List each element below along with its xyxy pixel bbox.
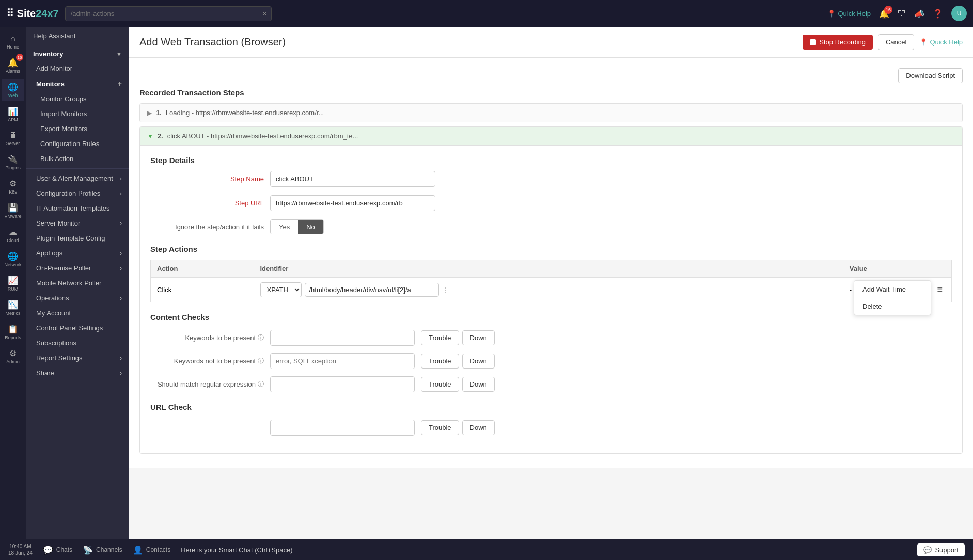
nav-web[interactable]: 🌐 Web xyxy=(2,79,24,101)
sidebar-configuration-rules[interactable]: Configuration Rules xyxy=(26,136,129,151)
nav-plugins[interactable]: 🔌 Plugins xyxy=(2,151,24,173)
sidebar-bulk-action[interactable]: Bulk Action xyxy=(26,151,129,166)
server-label: Server xyxy=(6,141,20,146)
quick-help-button[interactable]: 📍 Quick Help xyxy=(919,38,963,46)
sidebar-help-assistant[interactable]: Help Assistant xyxy=(26,27,129,45)
toggle-no[interactable]: No xyxy=(298,220,323,234)
support-button[interactable]: 💬 Support xyxy=(917,543,965,556)
regex-down-btn[interactable]: Down xyxy=(462,377,495,392)
sidebar-monitor-groups[interactable]: Monitor Groups xyxy=(26,91,129,106)
identifier-col-header: Identifier xyxy=(254,260,843,278)
logo-grid-icon: ⠿ xyxy=(6,8,17,19)
admin-label: Admin xyxy=(6,359,20,364)
alarms-badge: 16 xyxy=(16,54,23,61)
megaphone-icon[interactable]: 📣 xyxy=(914,9,924,19)
nav-home[interactable]: ⌂ Home xyxy=(2,31,24,53)
quick-help-link[interactable]: 📍 Quick Help xyxy=(827,10,871,18)
xpath-select[interactable]: XPATH CSS ID xyxy=(260,282,302,297)
nav-network[interactable]: 🌐 Network xyxy=(2,248,24,270)
sidebar-operations[interactable]: Operations › xyxy=(26,291,129,306)
step-details: Step Details Step Name Step URL Ignore t… xyxy=(140,145,962,453)
search-bar[interactable]: ✕ xyxy=(65,6,272,21)
user-alert-chevron: › xyxy=(120,174,122,182)
sidebar-mobile-network[interactable]: Mobile Network Poller xyxy=(26,276,129,291)
sidebar-report-settings[interactable]: Report Settings › xyxy=(26,350,129,365)
support-icon: 💬 xyxy=(923,546,932,554)
keywords-present-info[interactable]: ⓘ xyxy=(258,333,264,342)
sidebar-plugin-template[interactable]: Plugin Template Config xyxy=(26,231,129,246)
keywords-present-input[interactable] xyxy=(270,330,415,346)
sidebar-share[interactable]: Share › xyxy=(26,365,129,380)
sidebar-export-monitors[interactable]: Export Monitors xyxy=(26,121,129,136)
nav-alarms[interactable]: 🔔 Alarms 16 xyxy=(2,55,24,77)
keywords-not-present-down-btn[interactable]: Down xyxy=(462,354,495,369)
vmware-label: VMware xyxy=(4,214,21,219)
keywords-not-present-trouble-btn[interactable]: Trouble xyxy=(421,354,459,369)
regex-trouble-btn[interactable]: Trouble xyxy=(421,377,459,392)
sidebar-on-premise[interactable]: On-Premise Poller › xyxy=(26,261,129,276)
bottom-contacts[interactable]: 👤 Contacts xyxy=(133,545,170,555)
network-icon: 🌐 xyxy=(8,251,18,261)
step-actions-header: Step Actions xyxy=(150,245,952,253)
delete-item[interactable]: Delete xyxy=(854,298,931,315)
keywords-not-present-input[interactable] xyxy=(270,353,415,369)
nav-k8s[interactable]: ⚙ K8s xyxy=(2,175,24,198)
sidebar-server-monitor[interactable]: Server Monitor › xyxy=(26,216,129,231)
nav-cloud[interactable]: ☁ Cloud xyxy=(2,224,24,246)
keywords-present-trouble-btn[interactable]: Trouble xyxy=(421,330,459,345)
cancel-button[interactable]: Cancel xyxy=(878,34,914,50)
regex-input[interactable] xyxy=(270,376,415,392)
url-trouble-btn[interactable]: Trouble xyxy=(421,420,459,435)
nav-admin[interactable]: ⚙ Admin xyxy=(2,345,24,367)
step-actions-section: Step Actions Action Identifier Value xyxy=(150,245,952,302)
sidebar-applogs[interactable]: AppLogs › xyxy=(26,246,129,261)
step-name-label: Step Name xyxy=(150,175,264,183)
help-circle-icon[interactable]: ❓ xyxy=(933,9,943,19)
nav-apm[interactable]: 📊 APM xyxy=(2,103,24,125)
sidebar-user-alert[interactable]: User & Alert Management › xyxy=(26,171,129,186)
sidebar-it-automation[interactable]: IT Automation Templates xyxy=(26,201,129,216)
user-avatar[interactable]: U xyxy=(951,6,967,21)
notifications-bell[interactable]: 🔔 16 xyxy=(879,9,889,19)
nav-rum[interactable]: 📈 RUM xyxy=(2,273,24,295)
shield-icon[interactable]: 🛡 xyxy=(898,9,906,18)
sidebar-subscriptions[interactable]: Subscriptions xyxy=(26,335,129,350)
bottom-channels[interactable]: 📡 Channels xyxy=(83,545,122,555)
keywords-present-down-btn[interactable]: Down xyxy=(462,330,495,345)
sidebar-config-profiles[interactable]: Configuration Profiles › xyxy=(26,186,129,201)
nav-server[interactable]: 🖥 Server xyxy=(2,127,24,149)
monitors-plus-icon[interactable]: + xyxy=(118,79,122,88)
sidebar-monitors[interactable]: Monitors + xyxy=(26,76,129,91)
search-input[interactable] xyxy=(65,6,272,21)
bottom-chats[interactable]: 💬 Chats xyxy=(43,545,72,555)
step-name-input[interactable] xyxy=(270,171,435,187)
url-check-input[interactable] xyxy=(270,420,415,436)
app-body: ⌂ Home 🔔 Alarms 16 🌐 Web 📊 APM 🖥 Server … xyxy=(0,27,973,539)
app-logo[interactable]: ⠿ Site24x7 xyxy=(6,7,59,20)
toggle-yes[interactable]: Yes xyxy=(271,220,298,234)
stop-recording-button[interactable]: Stop Recording xyxy=(803,35,873,50)
step-2-row[interactable]: ▼ 2. click ABOUT - https://rbmwebsite-te… xyxy=(140,127,962,145)
regex-info[interactable]: ⓘ xyxy=(258,380,264,389)
step-1-row[interactable]: ▶ 1. Loading - https://rbmwebsite-test.e… xyxy=(140,104,962,122)
keywords-not-present-btns: Trouble Down xyxy=(421,354,495,369)
top-navbar: ⠿ Site24x7 ✕ 📍 Quick Help 🔔 16 🛡 📣 ❓ U xyxy=(0,0,973,27)
sidebar-control-panel[interactable]: Control Panel Settings xyxy=(26,321,129,335)
step-url-input[interactable] xyxy=(270,195,435,211)
sidebar-import-monitors[interactable]: Import Monitors xyxy=(26,106,129,121)
identifier-input[interactable] xyxy=(305,283,439,297)
row-menu-button[interactable]: ≡ xyxy=(937,284,943,295)
keywords-not-present-info[interactable]: ⓘ xyxy=(258,357,264,365)
nav-metrics[interactable]: 📉 Metrics xyxy=(2,297,24,319)
add-wait-time-item[interactable]: Add Wait Time xyxy=(854,281,931,298)
search-clear-icon[interactable]: ✕ xyxy=(262,10,268,18)
download-script-button[interactable]: Download Script xyxy=(898,68,963,83)
web-label: Web xyxy=(8,93,18,98)
sidebar-add-monitor[interactable]: Add Monitor xyxy=(26,61,129,76)
nav-reports[interactable]: 📋 Reports xyxy=(2,321,24,343)
sidebar-inventory-header[interactable]: Inventory ▼ xyxy=(26,45,129,61)
keywords-not-present-label: Keywords not to be present ⓘ xyxy=(150,357,264,365)
url-down-btn[interactable]: Down xyxy=(462,420,495,435)
sidebar-my-account[interactable]: My Account xyxy=(26,306,129,321)
nav-vmware[interactable]: 💾 VMware xyxy=(2,200,24,222)
